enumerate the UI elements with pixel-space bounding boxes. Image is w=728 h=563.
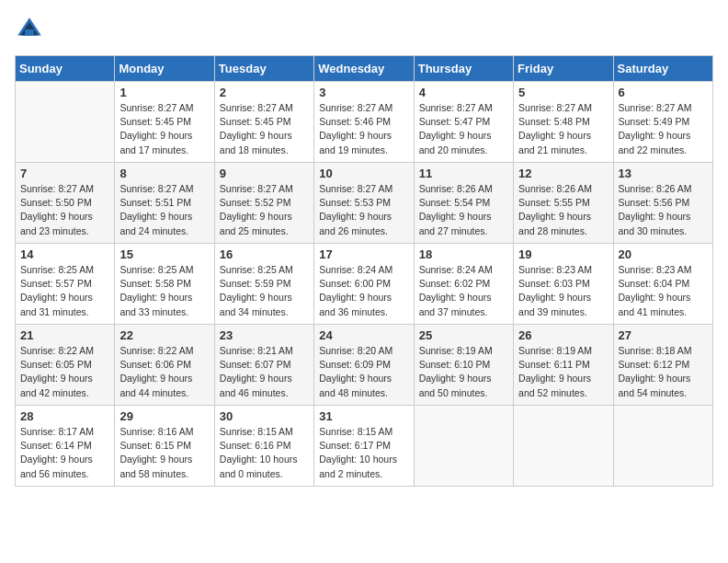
day-number: 21 (20, 328, 109, 342)
day-info: Sunrise: 8:27 AMSunset: 5:49 PMDaylight:… (619, 101, 708, 157)
calendar-header-row: SundayMondayTuesdayWednesdayThursdayFrid… (16, 56, 713, 82)
calendar-week-row: 1 Sunrise: 8:27 AMSunset: 5:45 PMDayligh… (16, 82, 713, 163)
day-number: 5 (518, 86, 608, 99)
day-number: 7 (20, 167, 109, 180)
day-number: 22 (119, 328, 209, 342)
day-info: Sunrise: 8:27 AMSunset: 5:46 PMDaylight:… (319, 101, 408, 157)
day-number: 19 (518, 247, 608, 261)
day-number: 18 (419, 247, 508, 261)
calendar-cell: 6 Sunrise: 8:27 AMSunset: 5:49 PMDayligh… (613, 82, 712, 163)
calendar-cell: 30 Sunrise: 8:15 AMSunset: 6:16 PMDaylig… (214, 406, 313, 487)
calendar-cell: 20 Sunrise: 8:23 AMSunset: 6:04 PMDaylig… (613, 244, 712, 325)
calendar-cell: 9 Sunrise: 8:27 AMSunset: 5:52 PMDayligh… (214, 163, 313, 244)
day-header-saturday: Saturday (613, 56, 712, 82)
day-info: Sunrise: 8:25 AMSunset: 5:59 PMDaylight:… (220, 263, 309, 319)
day-number: 14 (20, 247, 109, 261)
day-info: Sunrise: 8:20 AMSunset: 6:09 PMDaylight:… (319, 344, 408, 400)
day-number: 28 (20, 409, 109, 423)
day-header-monday: Monday (115, 56, 214, 82)
day-number: 16 (220, 247, 309, 261)
calendar-cell: 12 Sunrise: 8:26 AMSunset: 5:55 PMDaylig… (514, 163, 613, 244)
day-info: Sunrise: 8:27 AMSunset: 5:48 PMDaylight:… (518, 101, 608, 157)
calendar-cell: 13 Sunrise: 8:26 AMSunset: 5:56 PMDaylig… (613, 163, 712, 244)
day-number: 4 (419, 86, 508, 99)
day-number: 17 (319, 247, 408, 261)
day-number: 24 (319, 328, 408, 342)
day-info: Sunrise: 8:27 AMSunset: 5:45 PMDaylight:… (220, 101, 309, 157)
calendar-week-row: 21 Sunrise: 8:22 AMSunset: 6:05 PMDaylig… (16, 325, 713, 406)
calendar-cell: 4 Sunrise: 8:27 AMSunset: 5:47 PMDayligh… (414, 82, 513, 163)
calendar-cell: 27 Sunrise: 8:18 AMSunset: 6:12 PMDaylig… (613, 325, 712, 406)
svg-rect-2 (25, 29, 34, 35)
calendar-cell: 19 Sunrise: 8:23 AMSunset: 6:03 PMDaylig… (514, 244, 613, 325)
day-number: 20 (619, 247, 708, 261)
day-info: Sunrise: 8:25 AMSunset: 5:57 PMDaylight:… (20, 263, 109, 319)
day-header-sunday: Sunday (16, 56, 115, 82)
calendar-week-row: 28 Sunrise: 8:17 AMSunset: 6:14 PMDaylig… (16, 406, 713, 487)
day-header-friday: Friday (514, 56, 613, 82)
day-header-wednesday: Wednesday (314, 56, 414, 82)
day-info: Sunrise: 8:15 AMSunset: 6:16 PMDaylight:… (220, 425, 309, 481)
day-info: Sunrise: 8:25 AMSunset: 5:58 PMDaylight:… (119, 263, 209, 319)
day-number: 23 (220, 328, 309, 342)
calendar-cell (613, 406, 712, 487)
calendar-cell: 2 Sunrise: 8:27 AMSunset: 5:45 PMDayligh… (214, 82, 313, 163)
logo-icon (15, 15, 44, 44)
day-info: Sunrise: 8:26 AMSunset: 5:55 PMDaylight:… (518, 182, 608, 238)
day-info: Sunrise: 8:19 AMSunset: 6:11 PMDaylight:… (518, 344, 608, 400)
calendar-cell (414, 406, 513, 487)
day-info: Sunrise: 8:22 AMSunset: 6:05 PMDaylight:… (20, 344, 109, 400)
calendar-cell: 5 Sunrise: 8:27 AMSunset: 5:48 PMDayligh… (514, 82, 613, 163)
logo (15, 15, 46, 44)
day-number: 31 (319, 409, 408, 423)
calendar-cell: 22 Sunrise: 8:22 AMSunset: 6:06 PMDaylig… (115, 325, 214, 406)
calendar-table: SundayMondayTuesdayWednesdayThursdayFrid… (15, 55, 713, 487)
day-number: 30 (220, 409, 309, 423)
calendar-cell: 18 Sunrise: 8:24 AMSunset: 6:02 PMDaylig… (414, 244, 513, 325)
day-info: Sunrise: 8:27 AMSunset: 5:45 PMDaylight:… (119, 101, 209, 157)
day-info: Sunrise: 8:27 AMSunset: 5:53 PMDaylight:… (319, 182, 408, 238)
calendar-cell: 31 Sunrise: 8:15 AMSunset: 6:17 PMDaylig… (314, 406, 414, 487)
calendar-cell: 28 Sunrise: 8:17 AMSunset: 6:14 PMDaylig… (16, 406, 115, 487)
day-info: Sunrise: 8:17 AMSunset: 6:14 PMDaylight:… (20, 425, 109, 481)
day-number: 15 (119, 247, 209, 261)
calendar-cell: 1 Sunrise: 8:27 AMSunset: 5:45 PMDayligh… (115, 82, 214, 163)
calendar-cell (16, 82, 115, 163)
day-number: 29 (119, 409, 209, 423)
calendar-cell: 21 Sunrise: 8:22 AMSunset: 6:05 PMDaylig… (16, 325, 115, 406)
calendar-cell: 16 Sunrise: 8:25 AMSunset: 5:59 PMDaylig… (214, 244, 313, 325)
day-info: Sunrise: 8:27 AMSunset: 5:51 PMDaylight:… (119, 182, 209, 238)
day-number: 9 (220, 167, 309, 180)
day-number: 8 (119, 167, 209, 180)
calendar-cell: 17 Sunrise: 8:24 AMSunset: 6:00 PMDaylig… (314, 244, 414, 325)
calendar-cell: 8 Sunrise: 8:27 AMSunset: 5:51 PMDayligh… (115, 163, 214, 244)
day-number: 27 (619, 328, 708, 342)
day-info: Sunrise: 8:24 AMSunset: 6:02 PMDaylight:… (419, 263, 508, 319)
day-number: 12 (518, 167, 608, 180)
calendar-cell: 26 Sunrise: 8:19 AMSunset: 6:11 PMDaylig… (514, 325, 613, 406)
day-info: Sunrise: 8:24 AMSunset: 6:00 PMDaylight:… (319, 263, 408, 319)
day-info: Sunrise: 8:18 AMSunset: 6:12 PMDaylight:… (619, 344, 708, 400)
day-info: Sunrise: 8:22 AMSunset: 6:06 PMDaylight:… (119, 344, 209, 400)
day-number: 10 (319, 167, 408, 180)
calendar-week-row: 14 Sunrise: 8:25 AMSunset: 5:57 PMDaylig… (16, 244, 713, 325)
calendar-cell: 10 Sunrise: 8:27 AMSunset: 5:53 PMDaylig… (314, 163, 414, 244)
day-number: 13 (619, 167, 708, 180)
calendar-cell: 24 Sunrise: 8:20 AMSunset: 6:09 PMDaylig… (314, 325, 414, 406)
calendar-cell: 3 Sunrise: 8:27 AMSunset: 5:46 PMDayligh… (314, 82, 414, 163)
day-info: Sunrise: 8:23 AMSunset: 6:04 PMDaylight:… (619, 263, 708, 319)
calendar-cell: 15 Sunrise: 8:25 AMSunset: 5:58 PMDaylig… (115, 244, 214, 325)
day-number: 11 (419, 167, 508, 180)
day-info: Sunrise: 8:27 AMSunset: 5:50 PMDaylight:… (20, 182, 109, 238)
calendar-cell: 14 Sunrise: 8:25 AMSunset: 5:57 PMDaylig… (16, 244, 115, 325)
calendar-cell: 11 Sunrise: 8:26 AMSunset: 5:54 PMDaylig… (414, 163, 513, 244)
day-info: Sunrise: 8:26 AMSunset: 5:54 PMDaylight:… (419, 182, 508, 238)
day-info: Sunrise: 8:21 AMSunset: 6:07 PMDaylight:… (220, 344, 309, 400)
day-number: 6 (619, 86, 708, 99)
day-header-thursday: Thursday (414, 56, 513, 82)
calendar-cell: 23 Sunrise: 8:21 AMSunset: 6:07 PMDaylig… (214, 325, 313, 406)
calendar-cell: 29 Sunrise: 8:16 AMSunset: 6:15 PMDaylig… (115, 406, 214, 487)
day-number: 2 (220, 86, 309, 99)
day-info: Sunrise: 8:19 AMSunset: 6:10 PMDaylight:… (419, 344, 508, 400)
day-number: 25 (419, 328, 508, 342)
